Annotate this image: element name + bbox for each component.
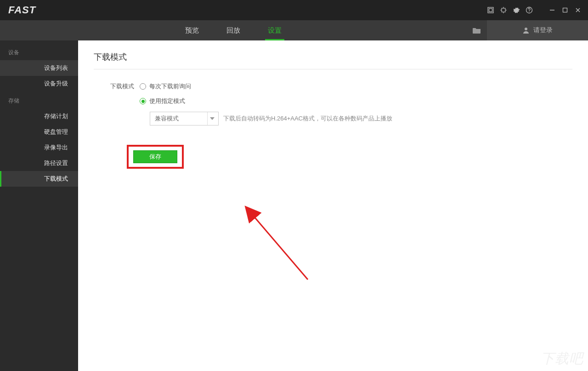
chip-icon[interactable] — [497, 4, 510, 17]
sidebar-item-export[interactable]: 录像导出 — [0, 140, 78, 155]
svg-rect-0 — [488, 7, 493, 13]
svg-rect-10 — [563, 8, 567, 12]
sidebar: 设备 设备列表 设备升级 存储 存储计划 硬盘管理 录像导出 路径设置 下载模式 — [0, 40, 78, 371]
sidebar-item-device-list[interactable]: 设备列表 — [0, 60, 78, 76]
titlebar: FAST — [0, 0, 588, 20]
sidebar-item-storage-plan[interactable]: 存储计划 — [0, 108, 78, 124]
sidebar-item-disk-manage[interactable]: 硬盘管理 — [0, 124, 78, 140]
save-highlight-box: 保存 — [127, 145, 184, 169]
radio-ask-each-time[interactable] — [140, 83, 146, 90]
annotation-arrow — [225, 174, 317, 284]
mode-select[interactable]: 兼容模式 — [150, 112, 219, 126]
page-title: 下载模式 — [94, 51, 572, 69]
gear-icon[interactable] — [510, 4, 523, 17]
svg-rect-1 — [489, 9, 492, 12]
content-area: 下载模式 下载模式 每次下载前询问 使用指定模式 兼容模式 下载后自动转码 — [78, 40, 588, 371]
radio-ask-label: 每次下载前询问 — [149, 82, 191, 91]
login-label: 请登录 — [533, 26, 553, 34]
svg-rect-2 — [502, 8, 505, 12]
sidebar-header-device: 设备 — [0, 43, 78, 60]
tab-preview[interactable]: 预览 — [171, 20, 213, 40]
field-label-download-mode: 下载模式 — [104, 82, 134, 91]
help-icon[interactable] — [523, 4, 536, 17]
mode-hint: 下载后自动转码为H.264+AAC格式，可以在各种数码产品上播放 — [223, 114, 392, 123]
tab-settings[interactable]: 设置 — [254, 20, 295, 40]
radio-use-mode-label: 使用指定模式 — [149, 97, 185, 105]
folder-icon[interactable] — [467, 27, 487, 34]
grid-icon[interactable] — [484, 4, 497, 17]
svg-point-13 — [525, 28, 527, 30]
sidebar-item-download-mode[interactable]: 下载模式 — [0, 171, 78, 187]
sidebar-item-device-upgrade[interactable]: 设备升级 — [0, 76, 78, 91]
radio-use-mode[interactable] — [140, 98, 146, 104]
sidebar-item-path[interactable]: 路径设置 — [0, 155, 78, 171]
mode-select-value: 兼容模式 — [155, 114, 179, 123]
sidebar-header-storage: 存储 — [0, 91, 78, 108]
svg-point-8 — [529, 11, 529, 12]
chevron-down-icon — [207, 112, 216, 125]
minimize-button[interactable] — [546, 4, 559, 17]
close-button[interactable] — [571, 4, 584, 17]
login-button[interactable]: 请登录 — [487, 20, 588, 40]
save-button[interactable]: 保存 — [133, 150, 177, 163]
maximize-button[interactable] — [559, 4, 571, 17]
svg-line-14 — [254, 216, 308, 280]
app-logo: FAST — [8, 4, 36, 16]
watermark: 下载吧 — [541, 349, 583, 368]
tab-playback[interactable]: 回放 — [213, 20, 254, 40]
user-icon — [522, 27, 530, 34]
top-nav: 预览 回放 设置 请登录 — [0, 20, 588, 40]
